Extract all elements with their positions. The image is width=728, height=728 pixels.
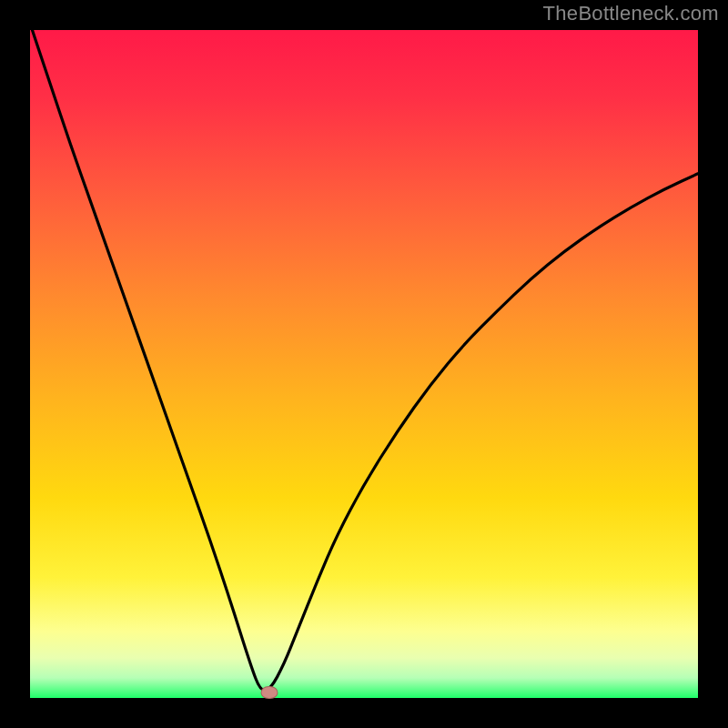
optimal-point-marker [260, 686, 278, 699]
attribution-watermark: TheBottleneck.com [543, 2, 719, 25]
plot-area [30, 30, 698, 698]
gradient-background [30, 30, 698, 698]
chart-frame: TheBottleneck.com [0, 0, 728, 728]
